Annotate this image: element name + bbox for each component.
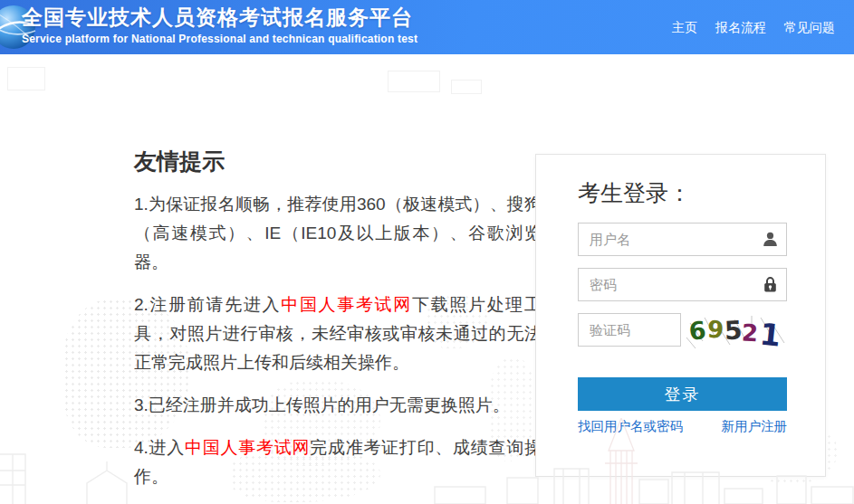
cpta-link[interactable]: 中国人事考试网: [185, 438, 310, 457]
captcha-digit: 2: [741, 319, 759, 347]
site-title: 全国专业技术人员资格考试报名服务平台: [22, 5, 417, 30]
login-button[interactable]: 登录: [578, 377, 787, 411]
tip-item-2: 2.注册前请先进入中国人事考试网下载照片处理工具，对照片进行审核，未经审核或审核…: [134, 290, 542, 377]
tip-text: 3.已经注册并成功上传照片的用户无需更换照片。: [134, 395, 510, 414]
forgot-credentials-link[interactable]: 找回用户名或密码: [578, 418, 683, 435]
captcha-input[interactable]: [578, 313, 681, 347]
tip-text: 1.为保证报名顺畅，推荐使用360（极速模式）、搜狗（高速模式）、IE（IE10…: [134, 195, 542, 271]
friendly-tips-section: 友情提示 1.为保证报名顺畅，推荐使用360（极速模式）、搜狗（高速模式）、IE…: [134, 147, 542, 491]
login-links: 找回用户名或密码 新用户注册: [578, 418, 787, 435]
lock-icon: [762, 276, 779, 293]
watermark-shape: [451, 80, 482, 94]
login-card: 考生登录：: [535, 154, 826, 477]
captcha-image[interactable]: 6 9 5 2 1: [685, 310, 788, 350]
brand: 全国专业技术人员资格考试报名服务平台 Service platform for …: [22, 5, 417, 45]
site-subtitle: Service platform for National Profession…: [22, 33, 417, 45]
tip-text: 2.注册前请先进入: [134, 295, 281, 314]
tip-item-4: 4.进入中国人事考试网完成准考证打印、成绩查询操作。: [134, 433, 542, 491]
watermark-shape: [388, 71, 440, 92]
register-link[interactable]: 新用户注册: [722, 418, 788, 435]
top-nav: 主页 报名流程 常见问题 咨询: [672, 20, 854, 36]
nav-home[interactable]: 主页: [672, 20, 697, 34]
captcha-digit: 9: [706, 316, 724, 344]
nav-faq[interactable]: 常见问题: [784, 20, 835, 34]
password-field-wrap: [578, 268, 787, 301]
captcha-digit: 5: [724, 315, 743, 346]
cpta-link[interactable]: 中国人事考试网: [281, 295, 412, 314]
tip-item-1: 1.为保证报名顺畅，推荐使用360（极速模式）、搜狗（高速模式）、IE（IE10…: [134, 190, 542, 277]
tip-text: 4.进入: [134, 438, 185, 457]
watermark-shape: [7, 67, 45, 90]
person-icon: [762, 231, 779, 248]
header: 全国专业技术人员资格考试报名服务平台 Service platform for …: [0, 0, 854, 54]
login-title: 考生登录：: [578, 178, 691, 208]
username-field-wrap: [578, 223, 787, 256]
username-input[interactable]: [578, 223, 787, 256]
nav-registration-process[interactable]: 报名流程: [715, 20, 766, 34]
captcha-digit: 6: [687, 316, 707, 346]
captcha-digit: 1: [758, 316, 782, 350]
page: 全国专业技术人员资格考试报名服务平台 Service platform for …: [0, 0, 854, 504]
password-input[interactable]: [578, 268, 787, 301]
captcha-field-wrap: [578, 313, 681, 347]
tips-heading: 友情提示: [134, 147, 542, 176]
tip-item-3: 3.已经注册并成功上传照片的用户无需更换照片。: [134, 391, 542, 420]
